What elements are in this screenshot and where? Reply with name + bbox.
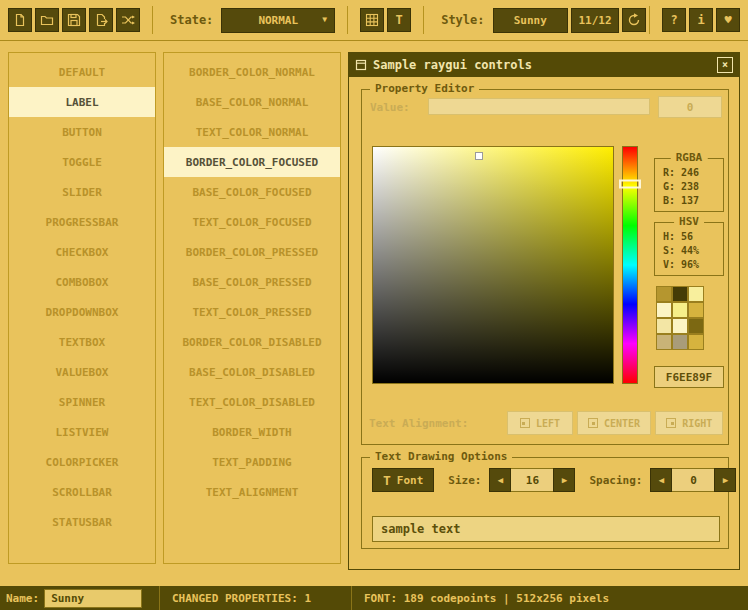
control-item-spinner[interactable]: SPINNER [9,387,155,417]
hex-color-input[interactable]: F6EE89F [654,366,724,388]
propertie-item-border_color_disabled[interactable]: BORDER_COLOR_DISABLED [164,327,340,357]
propertie-item-base_color_normal[interactable]: BASE_COLOR_NORMAL [164,87,340,117]
propertie-item-base_color_focused[interactable]: BASE_COLOR_FOCUSED [164,177,340,207]
load-style-button[interactable] [35,8,59,32]
propertie-item-text_padding[interactable]: TEXT_PADDING [164,447,340,477]
color-swatch-4[interactable] [672,302,688,318]
font-test-button[interactable]: T [387,8,411,32]
propertie-item-border_color_normal[interactable]: BORDER_COLOR_NORMAL [164,57,340,87]
about-button[interactable]: i [689,8,713,32]
control-item-statusbar[interactable]: STATUSBAR [9,507,155,537]
color-panel[interactable] [372,146,614,384]
align-right-toggle[interactable]: RIGHT [655,411,723,435]
help-button[interactable]: ? [662,8,686,32]
control-item-button[interactable]: BUTTON [9,117,155,147]
spacing-increment-button[interactable]: ▶ [714,468,736,492]
size-increment-button[interactable]: ▶ [553,468,575,492]
style-index-button[interactable]: 11/12 [571,8,619,33]
value-slider[interactable] [428,98,650,115]
window-titlebar[interactable]: Sample raygui controls × [349,53,739,77]
align-center-icon [588,418,598,428]
color-swatch-1[interactable] [672,286,688,302]
color-swatch-0[interactable] [656,286,672,302]
export-style-button[interactable] [89,8,113,32]
color-cursor[interactable] [475,152,483,160]
property-editor-group-label: Property Editor [370,82,479,95]
hue-bar[interactable] [622,146,638,384]
color-swatch-11[interactable] [688,334,704,350]
rgba-blue-value: B: 137 [655,194,723,208]
text-alignment-buttons: LEFT CENTER RIGHT [507,411,723,435]
align-center-label: CENTER [604,418,640,429]
align-left-toggle[interactable]: LEFT [507,411,573,435]
size-decrement-button[interactable]: ◀ [489,468,511,492]
propertie-item-text_color_disabled[interactable]: TEXT_COLOR_DISABLED [164,387,340,417]
color-swatch-9[interactable] [656,334,672,350]
style-name-button[interactable]: Sunny [493,8,568,33]
propertie-item-text_color_focused[interactable]: TEXT_COLOR_FOCUSED [164,207,340,237]
reload-style-button[interactable] [622,8,646,32]
propertie-item-text_color_pressed[interactable]: TEXT_COLOR_PRESSED [164,297,340,327]
export-icon [93,12,109,28]
propertie-item-border_width[interactable]: BORDER_WIDTH [164,417,340,447]
font-button-label: Font [397,474,424,487]
propertie-item-base_color_pressed[interactable]: BASE_COLOR_PRESSED [164,267,340,297]
changed-properties-text: CHANGED PROPERTIES: 1 [172,592,311,605]
rgba-group-label: RGBA [671,151,708,164]
save-icon [66,12,82,28]
window-icon [355,59,367,71]
control-item-slider[interactable]: SLIDER [9,177,155,207]
rguistyler-app: State: NORMAL ▼ T Style: Sunny 11/12 ? [0,0,748,610]
color-swatch-7[interactable] [672,318,688,334]
size-value-box[interactable]: 16 [511,468,553,492]
spacing-value-box[interactable]: 0 [672,468,714,492]
propertie-item-border_color_focused[interactable]: BORDER_COLOR_FOCUSED [164,147,340,177]
control-item-scrollbar[interactable]: SCROLLBAR [9,477,155,507]
color-swatch-2[interactable] [688,286,704,302]
control-item-valuebox[interactable]: VALUEBOX [9,357,155,387]
rgba-green-value: G: 238 [655,180,723,194]
color-swatch-5[interactable] [688,302,704,318]
text-alignment-label: Text Alignment: [369,417,468,430]
color-swatch-10[interactable] [672,334,688,350]
control-item-checkbox[interactable]: CHECKBOX [9,237,155,267]
style-table-button[interactable] [360,8,384,32]
save-style-button[interactable] [62,8,86,32]
color-swatch-6[interactable] [656,318,672,334]
control-item-toggle[interactable]: TOGGLE [9,147,155,177]
propertie-item-base_color_disabled[interactable]: BASE_COLOR_DISABLED [164,357,340,387]
propertie-item-border_color_pressed[interactable]: BORDER_COLOR_PRESSED [164,237,340,267]
control-item-listview[interactable]: LISTVIEW [9,417,155,447]
control-item-progressbar[interactable]: PROGRESSBAR [9,207,155,237]
property-editor-group: Property Editor Value: 0 RGBA R: 246 G: … [361,89,729,445]
propertie-item-text_alignment[interactable]: TEXT_ALIGNMENT [164,477,340,507]
control-item-textbox[interactable]: TEXTBOX [9,327,155,357]
propertie-item-text_color_normal[interactable]: TEXT_COLOR_NORMAL [164,117,340,147]
state-dropdown[interactable]: NORMAL ▼ [221,8,335,33]
control-item-colorpicker[interactable]: COLORPICKER [9,447,155,477]
font-button[interactable]: T Font [372,468,434,492]
control-item-default[interactable]: DEFAULT [9,57,155,87]
random-style-button[interactable] [116,8,140,32]
hsv-group: HSV H: 56 S: 44% V: 96% [654,222,724,276]
status-bar: Name: Sunny CHANGED PROPERTIES: 1 FONT: … [0,586,748,610]
control-item-dropdownbox[interactable]: DROPDOWNBOX [9,297,155,327]
controls-list: DEFAULTLABELBUTTONTOGGLESLIDERPROGRESSBA… [8,52,156,564]
color-swatch-3[interactable] [656,302,672,318]
control-item-label[interactable]: LABEL [9,87,155,117]
color-swatch-8[interactable] [688,318,704,334]
value-box[interactable]: 0 [658,96,722,118]
hue-cursor[interactable] [619,179,641,188]
control-item-combobox[interactable]: COMBOBOX [9,267,155,297]
align-center-toggle[interactable]: CENTER [577,411,651,435]
window-close-button[interactable]: × [717,57,733,73]
style-name-input[interactable]: Sunny [44,589,142,608]
grid-icon [364,12,380,28]
size-label: Size: [448,474,481,487]
sample-text-input[interactable]: sample text [372,516,720,542]
new-style-button[interactable] [8,8,32,32]
spacing-decrement-button[interactable]: ◀ [650,468,672,492]
sponsor-button[interactable]: ♥ [716,8,740,32]
align-right-icon [666,418,676,428]
new-file-icon [12,12,28,28]
